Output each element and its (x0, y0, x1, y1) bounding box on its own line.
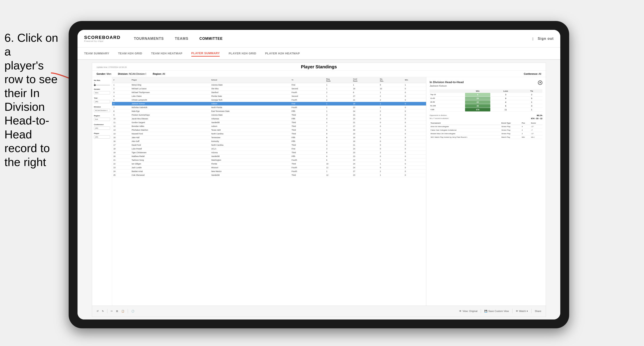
nav-signout[interactable]: Sign out (538, 36, 554, 42)
tournament-cell-name: Fallan Oak Collegiate Invitational (430, 128, 500, 132)
save-icon: 💾 (484, 310, 488, 313)
sub-nav-team-h2h-heatmap[interactable]: TEAM H2H HEATMAP (151, 51, 182, 56)
table-row[interactable]: 19 Tiger Christensen Arizona Third 8 23 … (112, 151, 426, 154)
sub-nav-team-h2h-grid[interactable]: TEAM H2H GRID (118, 51, 142, 56)
nav-teams[interactable]: TEAMS (175, 36, 188, 42)
cell-school: Washington (210, 158, 290, 162)
h2h-cell-win: 8 (465, 93, 490, 97)
table-row[interactable]: 24 Bastian Amat New Mexico Fourth 1 27 2… (112, 169, 426, 173)
table-row[interactable]: 10 Jacob Mou-Dlessec Arkansas Fifth 4 23… (112, 117, 426, 121)
table-row[interactable]: 21 Taehoon Song Washington Fourth 6 23 1… (112, 158, 426, 162)
h2h-title-group: In Division Head-to-Head Jackson Koivun (430, 80, 464, 87)
sidebar-division-value[interactable]: NCAA Division I (94, 109, 110, 112)
tournament-cell-score: 18-1 (530, 135, 542, 139)
table-row[interactable]: 3 Michael Thorbjornsen Stanford Fourth 2… (112, 90, 426, 94)
cell-conf-rank: 18 (352, 87, 378, 90)
h2h-col-loss: Loss (490, 89, 521, 93)
slider-track[interactable] (94, 85, 110, 86)
table-row[interactable]: 14 Maxwell Ford North Carolina Third 8 2… (112, 132, 426, 136)
table-row[interactable]: 4 Luke Claton Florida State Second 1 27 … (112, 94, 426, 98)
sidebar-conference-value[interactable]: (All) (94, 127, 110, 130)
clock-button[interactable]: 🕐 (131, 310, 134, 313)
division-filter-group: Division NCAA Division I (94, 106, 110, 112)
region-value: All (162, 72, 165, 75)
table-row[interactable]: 18 Luke Powell UCLA First 3 24 0 0 (112, 147, 426, 151)
h2h-cell-win: 46 (465, 104, 490, 108)
tournament-row: Amer Ari Intercollegiate Stroke Play 4 -… (430, 125, 542, 128)
cell-win: 0 (404, 139, 426, 143)
cell-rank: 11 (112, 121, 130, 124)
cell-win: 0 (404, 94, 426, 98)
table-row[interactable]: 25 Cole Sherwood Vanderbilt Third 12 23 … (112, 173, 426, 177)
undo-button[interactable]: ↺ (96, 310, 98, 313)
table-row[interactable]: 8 Mats Ege East Tennessee State Fifth 1 … (112, 109, 426, 113)
nav-items: TOURNAMENTS TEAMS COMMITTEE (134, 36, 532, 42)
h2h-cell-loss: 9 (490, 96, 521, 100)
table-row[interactable]: 15 Jake Hall Tennessee Fifth 8 19 0 0 (112, 136, 426, 139)
sidebar-region-value[interactable]: N/A (94, 118, 110, 121)
table-row[interactable]: 20 Matthew Riedel Vanderbilt Fifth 9 23 … (112, 154, 426, 158)
nav-tournaments[interactable]: TOURNAMENTS (134, 36, 164, 42)
opponents-row: Opponents in division: 98.1% (430, 114, 542, 117)
cell-reg-rank: 11 (325, 166, 352, 169)
cell-player: Brendan Valles (130, 124, 210, 128)
sub-nav-team-summary[interactable]: TEAM SUMMARY (84, 51, 109, 56)
col-conf-rank: ConfRank (352, 77, 378, 83)
slider-thumb[interactable] (94, 84, 96, 86)
cell-yr: Fourth (290, 158, 325, 162)
table-row[interactable]: 11 Gordon Sargent Vanderbilt Third 4 21 … (112, 121, 426, 124)
view-original-button[interactable]: 👁 View: Original (459, 310, 478, 312)
cell-conf-rank: 21 (352, 121, 378, 124)
cell-conf-rank: 24 (352, 109, 378, 113)
table-row[interactable]: 23 Jack Lundin Missouri Fourth 11 24 0 0 (112, 166, 426, 169)
cell-win: 0 (404, 98, 426, 102)
table-row[interactable]: 1 Wenyi Ding Arizona State First 1 1 8 1 (112, 83, 426, 87)
table-container[interactable]: # Player School Yr RegRank ConfRank No.R… (112, 77, 426, 306)
table-row[interactable]: 13 Phichakun Maichon Texas A&M Third 6 3… (112, 128, 426, 132)
sidebar-player-value[interactable]: (All) (94, 135, 110, 139)
h2h-col-label (430, 89, 465, 93)
sidebar-year-value[interactable]: (All) (94, 100, 110, 103)
cell-reg-rank: 8 (325, 136, 352, 139)
copy-button[interactable]: ⊞ (116, 310, 118, 313)
cell-player: Mats Ege (130, 109, 210, 113)
h2h-cell-loss: 6 (490, 104, 521, 108)
sub-nav-player-h2h-grid[interactable]: PLAYER H2H GRID (228, 51, 256, 56)
table-row[interactable]: 12 Brendan Valles Auburn Third 7 27 0 0 (112, 124, 426, 128)
table-row[interactable]: 2 Michael La Sasso Ole Miss Second 1 18 … (112, 87, 426, 90)
no-rds-label: No Rds. (94, 79, 110, 81)
share-button[interactable]: Share (535, 310, 541, 312)
cell-conf-rank: 19 (352, 136, 378, 139)
cell-rank: 4 (112, 94, 130, 98)
sub-nav-player-h2h-heatmap[interactable]: PLAYER H2H HEATMAP (265, 51, 300, 56)
sidebar-gender-value[interactable]: Men (94, 91, 110, 94)
cell-no-rds: 2 (378, 109, 404, 113)
table-row[interactable]: 5 Christo Lamprecht Georgia Tech Fourth … (112, 98, 426, 102)
tournament-row: Mirabel Maui Jim Intercollegiate Stroke … (430, 132, 542, 135)
cell-conf-rank: 24 (352, 166, 378, 169)
table-row[interactable]: 7 Nicholas Gabrelcik North Florida Fourt… (112, 105, 426, 109)
table-row[interactable]: 9 Preston Summerhays Arizona State Third… (112, 113, 426, 117)
redo-button[interactable]: ↻ (102, 310, 104, 313)
table-row[interactable]: 6 Jackson Koivun Auburn First 1 18 1 0 (112, 102, 426, 105)
save-custom-button[interactable]: 💾 Save Custom View (484, 310, 509, 313)
table-row[interactable]: 17 David Ford North Carolina Third 4 21 … (112, 143, 426, 147)
paste-button[interactable]: 📋 (121, 310, 124, 313)
cell-rank: 23 (112, 166, 130, 169)
cell-player: Matthew Riedel (130, 154, 210, 158)
h2h-row: 26-50 22 4 1 (430, 100, 542, 104)
cell-player: Ian Gilligan (130, 162, 210, 166)
table-row[interactable]: 22 Ian Gilligan Florida Third 10 24 1 0 (112, 162, 426, 166)
sub-nav-player-summary[interactable]: PLAYER SUMMARY (191, 50, 220, 57)
wlt-label: W-L-T record in-division: (430, 117, 449, 119)
nav-committee[interactable]: COMMITTEE (200, 36, 223, 42)
cell-conf-rank: 23 (352, 173, 378, 177)
cell-win: 0 (404, 169, 426, 173)
cell-no-rds: 1 (378, 158, 404, 162)
h2h-close-button[interactable]: ✕ (538, 80, 542, 85)
cut-button[interactable]: ✂ (111, 310, 113, 313)
cell-yr: Third (290, 173, 325, 177)
watch-button[interactable]: 👁 Watch ▾ (516, 310, 528, 313)
table-row[interactable]: 16 Alex Goff Kentucky Fifth 8 19 0 0 (112, 139, 426, 143)
cell-yr: Fourth (290, 98, 325, 102)
